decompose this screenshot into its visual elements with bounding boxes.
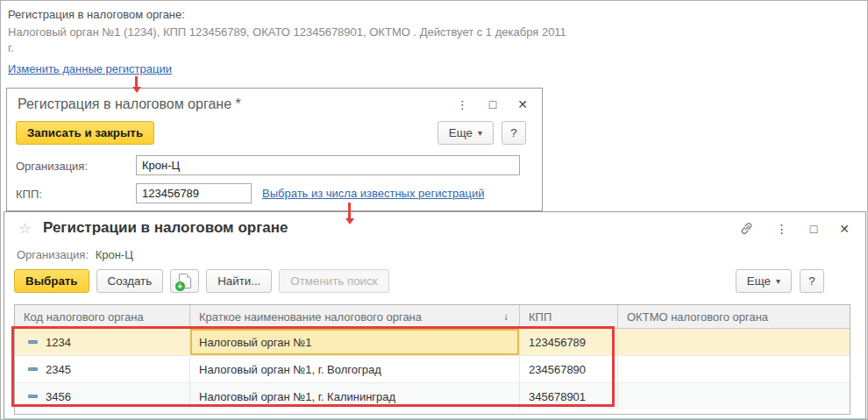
maximize-icon[interactable]: □ [489, 97, 496, 111]
registrations-table: Код налогового органа Краткое наименован… [14, 304, 850, 415]
organization-filter-value[interactable]: Крон-Ц [96, 248, 133, 261]
screenshot-root: Регистрация в налоговом органе: Налоговы… [0, 0, 868, 420]
cell-oktmo[interactable] [618, 383, 850, 409]
cell-name[interactable]: Налоговый орган №1, г. Калининград [190, 383, 520, 409]
column-header-oktmo[interactable]: ОКТМО налогового органа [618, 305, 850, 328]
dialog-title: Регистрация в налоговом органе * [18, 96, 241, 112]
more-button-label: Еще [449, 126, 473, 139]
organization-label: Организация: [16, 160, 88, 173]
cell-oktmo[interactable] [618, 329, 850, 355]
cell-name-active[interactable]: Налоговый орган №1 [190, 329, 520, 355]
choose-from-known-registrations-link[interactable]: Выбрать из числа известных регистраций [262, 187, 484, 200]
cell-kpp[interactable]: 345678901 [520, 383, 618, 409]
close-icon[interactable]: ✕ [839, 222, 850, 236]
window-title: Регистрации в налоговом органе [43, 219, 288, 237]
column-header-kpp[interactable]: КПП [520, 305, 618, 328]
menu-dots-icon[interactable]: ⋮ [776, 222, 788, 236]
create-group-button[interactable]: + [170, 269, 199, 293]
active-cell[interactable]: Налоговый орган №1 [190, 329, 519, 355]
kpp-field[interactable] [136, 183, 252, 203]
find-button[interactable]: Найти... [206, 269, 272, 293]
table-row[interactable]: 2345 Налоговый орган №1, г. Волгоград 23… [15, 355, 850, 382]
table-row[interactable]: 1234 Налоговый орган №1 123456789 [15, 328, 850, 355]
chevron-down-icon: ▾ [478, 128, 482, 138]
more-button-label: Еще [747, 274, 771, 288]
help-button[interactable]: ? [800, 269, 824, 293]
help-button[interactable]: ? [502, 121, 526, 145]
cell-code[interactable]: 1234 [15, 329, 190, 355]
column-header-name[interactable]: Краткое наименование налогового органа ↓ [190, 305, 520, 328]
close-icon[interactable]: ✕ [517, 97, 528, 111]
more-button[interactable]: Еще ▾ [438, 121, 494, 145]
cell-code[interactable]: 3456 [15, 383, 190, 409]
cell-kpp[interactable]: 123456789 [520, 329, 618, 355]
favorite-star-icon[interactable]: ☆ [18, 220, 31, 237]
list-item-marker-icon [28, 395, 38, 398]
tax-registrations-list-window: ☆ Регистрации в налоговом органе ⋮ □ ✕ О… [4, 211, 866, 419]
sort-descending-icon: ↓ [503, 310, 519, 323]
organization-filter-label: Организация: [17, 248, 89, 261]
cell-kpp[interactable]: 234567890 [520, 356, 618, 382]
column-header-name-label: Краткое наименование налогового органа [199, 310, 422, 324]
save-and-close-button[interactable]: Записать и закрыть [16, 121, 154, 145]
kpp-label: КПП: [16, 188, 42, 201]
tax-registration-dialog: Регистрация в налоговом органе * ⋮ □ ✕ З… [6, 88, 543, 211]
cancel-search-button: Отменить поиск [279, 269, 388, 293]
copy-link-icon[interactable] [739, 221, 754, 236]
list-item-marker-icon [28, 367, 38, 371]
registration-info-heading: Регистрация в налоговом органе: [8, 8, 185, 21]
cell-code[interactable]: 2345 [15, 356, 190, 382]
cell-oktmo[interactable] [618, 356, 850, 382]
select-button[interactable]: Выбрать [14, 269, 89, 293]
maximize-icon[interactable]: □ [810, 222, 817, 236]
chevron-down-icon: ▾ [776, 276, 780, 286]
organization-field[interactable] [136, 155, 520, 175]
change-registration-link[interactable]: Изменить данные регистрации [8, 62, 172, 75]
cell-name[interactable]: Налоговый орган №1, г. Волгоград [190, 356, 520, 382]
create-button[interactable]: Создать [96, 269, 164, 293]
more-button[interactable]: Еще ▾ [736, 269, 792, 293]
new-folder-icon: + [179, 274, 191, 288]
column-header-code[interactable]: Код налогового органа [15, 305, 190, 328]
table-header-row: Код налогового органа Краткое наименован… [15, 305, 850, 328]
table-row[interactable]: 3456 Налоговый орган №1, г. Калининград … [15, 382, 850, 409]
list-item-marker-icon [28, 340, 38, 344]
menu-dots-icon[interactable]: ⋮ [457, 98, 468, 111]
registration-info-description: Налоговый орган №1 (1234), КПП 123456789… [8, 25, 571, 56]
